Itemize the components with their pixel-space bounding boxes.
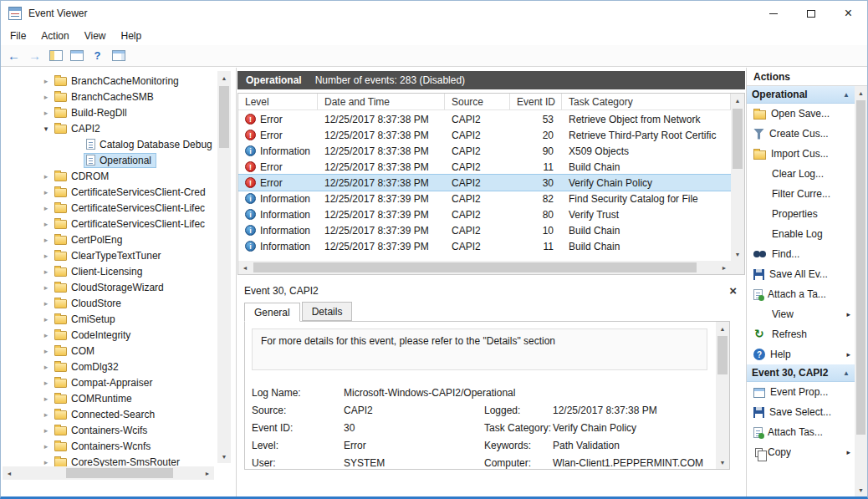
tree-horizontal-scrollbar[interactable] <box>3 466 214 480</box>
detail-vertical-scrollbar[interactable] <box>716 322 729 469</box>
close-button[interactable]: × <box>830 1 867 26</box>
toolbar-button[interactable]: ← <box>4 47 23 65</box>
tree-chevron-icon[interactable] <box>39 125 53 133</box>
tree-item[interactable]: ClearTypeTextTuner <box>1 247 217 263</box>
action-item[interactable]: Save All Ev... <box>747 264 855 284</box>
tree-item-body[interactable]: CmiSetup <box>53 313 120 326</box>
tree-item-body[interactable]: COM <box>53 344 99 358</box>
action-item[interactable]: Attach Tas... <box>747 422 855 442</box>
detail-close-icon[interactable]: × <box>729 283 737 298</box>
tree-item-body[interactable]: Build-RegDll <box>53 106 131 120</box>
scrollbar-thumb[interactable] <box>856 100 865 435</box>
tree-item[interactable]: Catalog Database Debug <box>1 136 217 152</box>
scroll-down-icon[interactable] <box>855 483 867 496</box>
scroll-right-icon[interactable] <box>201 466 214 480</box>
tree-item[interactable]: CloudStorageWizard <box>1 279 217 295</box>
scroll-down-icon[interactable] <box>716 456 729 469</box>
tree-item-body[interactable]: CodeIntegrity <box>53 328 135 342</box>
scroll-up-icon[interactable] <box>716 322 729 335</box>
maximize-button[interactable] <box>792 1 830 26</box>
tree-chevron-icon[interactable] <box>39 299 53 308</box>
event-row[interactable]: Information 12/25/2017 8:37:39 PM CAPI2 … <box>238 222 731 238</box>
tree-chevron-icon[interactable] <box>39 267 53 276</box>
menu-item[interactable]: File <box>3 28 33 44</box>
tree-item[interactable]: CoreSystem-SmsRouter <box>1 454 217 466</box>
tree-item-body[interactable]: CloudStorageWizard <box>53 281 168 294</box>
scroll-up-icon[interactable] <box>731 94 744 107</box>
action-item[interactable]: Properties <box>747 204 855 224</box>
event-row[interactable]: Error 12/25/2017 8:37:38 PM CAPI2 20 Ret… <box>238 127 731 143</box>
tree-item-body[interactable]: CoreSystem-SmsRouter <box>53 456 184 467</box>
tree-item[interactable]: CloudStore <box>1 295 217 311</box>
tree-item[interactable]: Containers-Wcifs <box>1 422 217 438</box>
tree-item-body[interactable]: CloudStore <box>53 297 125 310</box>
toolbar-button[interactable]: → <box>25 47 44 65</box>
action-item[interactable]: Copy <box>747 442 855 462</box>
tree-chevron-icon[interactable] <box>39 283 53 292</box>
tree-item-body[interactable]: Containers-Wcifs <box>53 424 151 437</box>
tree-item-body[interactable]: Containers-Wcnfs <box>53 440 155 453</box>
event-row[interactable]: Information 12/25/2017 8:37:39 PM CAPI2 … <box>238 206 731 222</box>
toolbar-button[interactable] <box>67 47 86 65</box>
tree-item-body[interactable]: BranchCacheSMB <box>53 90 158 104</box>
actions-section-header-operational[interactable]: Operational <box>747 86 855 104</box>
scrollbar-thumb[interactable] <box>733 109 743 169</box>
action-item[interactable]: Filter Curre... <box>747 184 855 204</box>
action-item[interactable]: Open Save... <box>747 104 855 124</box>
tree-vertical-scrollbar[interactable] <box>217 71 231 463</box>
column-header-task-category[interactable]: Task Category <box>562 94 731 109</box>
tree-chevron-icon[interactable] <box>39 315 53 323</box>
tree-item-body[interactable]: CertPolEng <box>53 233 126 247</box>
action-item[interactable]: Import Cus... <box>747 144 855 164</box>
scroll-right-icon[interactable] <box>717 261 731 274</box>
tree-item[interactable]: BranchCacheSMB <box>1 89 217 104</box>
tree-item-body[interactable]: ComDlg32 <box>53 360 123 374</box>
tree-item-body[interactable]: Compat-Appraiser <box>53 376 156 390</box>
collapse-section-icon[interactable] <box>843 369 850 377</box>
tree-chevron-icon[interactable] <box>39 363 53 371</box>
event-row[interactable]: Information 12/25/2017 8:37:39 PM CAPI2 … <box>238 238 731 254</box>
detail-tab[interactable]: Details <box>302 302 353 321</box>
tree-item[interactable]: CertPolEng <box>1 232 217 247</box>
action-item[interactable]: View <box>747 304 855 324</box>
tree-item[interactable]: Containers-Wcnfs <box>1 438 217 454</box>
event-row[interactable]: Information 12/25/2017 8:37:39 PM CAPI2 … <box>238 191 731 206</box>
scrollbar-thumb[interactable] <box>253 262 697 272</box>
action-item[interactable]: Help <box>747 344 855 364</box>
tree-chevron-icon[interactable] <box>39 188 53 196</box>
tree-item[interactable]: COMRuntime <box>1 390 217 406</box>
tree-item-body[interactable]: Connected-Search <box>53 408 159 421</box>
tree-chevron-icon[interactable] <box>39 77 53 85</box>
column-header-date[interactable]: Date and Time <box>318 94 445 109</box>
tree-chevron-icon[interactable] <box>39 204 53 212</box>
tree-item-body[interactable]: Catalog Database Debug <box>84 138 217 151</box>
tree-item-body[interactable]: CertificateServicesClient-Lifec <box>53 201 209 215</box>
scroll-down-icon[interactable] <box>731 247 744 261</box>
tree-item[interactable]: Compat-Appraiser <box>1 374 217 390</box>
scroll-left-icon[interactable] <box>3 466 16 480</box>
scroll-up-icon[interactable] <box>217 71 231 84</box>
tree-item[interactable]: Operational <box>1 152 217 168</box>
tree-chevron-icon[interactable] <box>39 220 53 228</box>
action-item[interactable]: Find... <box>747 244 855 264</box>
tree-chevron-icon[interactable] <box>39 347 53 355</box>
tree-item[interactable]: Connected-Search <box>1 406 217 422</box>
action-item[interactable]: Create Cus... <box>747 124 855 144</box>
tree-chevron-icon[interactable] <box>39 458 53 466</box>
tree-item-body[interactable]: Operational <box>84 154 156 167</box>
tree-item-body[interactable]: ClearTypeTextTuner <box>53 249 166 262</box>
events-horizontal-scrollbar[interactable] <box>238 261 731 274</box>
column-header-event-id[interactable]: Event ID <box>510 94 562 109</box>
tree-item-body[interactable]: CertificateServicesClient-Cred <box>53 186 210 199</box>
tree-item[interactable]: CmiSetup <box>1 311 217 327</box>
tree-chevron-icon[interactable] <box>39 410 53 419</box>
action-item[interactable]: Refresh <box>747 324 855 344</box>
scroll-up-icon[interactable] <box>855 86 867 99</box>
action-item[interactable]: Save Select... <box>747 402 855 422</box>
tree-chevron-icon[interactable] <box>39 93 53 101</box>
event-row[interactable]: Information 12/25/2017 8:37:38 PM CAPI2 … <box>238 143 731 159</box>
scrollbar-thumb[interactable] <box>717 336 728 374</box>
scroll-left-icon[interactable] <box>238 261 252 274</box>
tree-chevron-icon[interactable] <box>39 172 53 181</box>
toolbar-button[interactable]: ? <box>88 47 107 65</box>
